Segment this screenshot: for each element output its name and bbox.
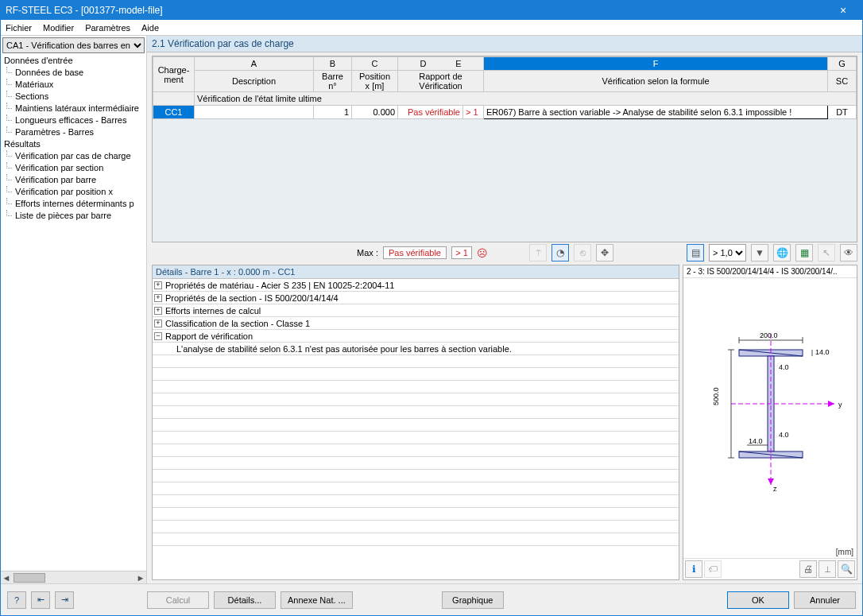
- details-row[interactable]: −Rapport de vérification: [153, 330, 679, 343]
- col-header[interactable]: Rapport deVérification: [398, 71, 484, 92]
- details-list: +Propriétés de matériau - Acier S 235 | …: [153, 279, 679, 579]
- prev-icon[interactable]: ⇤: [31, 591, 50, 609]
- cross-section-canvas[interactable]: y z 200.0 14.0 4.0: [683, 278, 857, 548]
- section-preview: 2 - 3: IS 500/200/14/14/4 - IS 300/200/1…: [683, 265, 857, 580]
- tree-item[interactable]: Vérification par position x: [4, 186, 146, 198]
- dim-tw1: 4.0: [779, 363, 789, 371]
- max-label: Max :: [357, 248, 378, 258]
- dim-tf1: 14.0: [815, 348, 830, 356]
- tree-item[interactable]: Maintiens latéraux intermédiaire: [4, 103, 146, 114]
- expand-icon[interactable]: +: [154, 320, 162, 327]
- grid-data-row[interactable]: CC1 1 0.000 Pas vérifiable > 1 ER067) Ba…: [153, 106, 857, 119]
- col-letter[interactable]: A: [195, 57, 314, 71]
- svg-text:y: y: [838, 401, 842, 409]
- col-header[interactable]: Description: [195, 71, 314, 92]
- sidebar-scrollbar[interactable]: ◄►: [1, 571, 146, 583]
- case-selector[interactable]: CA1 - Vérification des barres en: [2, 37, 145, 53]
- sidebar: CA1 - Vérification des barres en Données…: [1, 36, 147, 583]
- expand-icon[interactable]: +: [154, 294, 162, 302]
- tree-item[interactable]: Efforts internes déterminants p: [4, 198, 146, 210]
- expand-icon[interactable]: +: [154, 307, 162, 315]
- color-scale-icon[interactable]: ▤: [687, 244, 704, 262]
- details-row[interactable]: +Propriétés de la section - IS 500/200/1…: [153, 292, 679, 304]
- cell-barre[interactable]: 1: [314, 106, 352, 119]
- row-header-cc[interactable]: CC1: [153, 106, 195, 119]
- dim-bf: 200.0: [760, 331, 778, 339]
- col-header[interactable]: Barren°: [314, 71, 352, 92]
- cancel-button[interactable]: Annuler: [794, 591, 856, 609]
- cell-desc[interactable]: [195, 106, 314, 119]
- dim-h: 500.0: [712, 387, 720, 405]
- zoom-icon[interactable]: 🔍: [838, 560, 855, 578]
- menu-file[interactable]: Fichier: [6, 23, 32, 33]
- menu-edit[interactable]: Modifier: [43, 23, 74, 33]
- tree-group-results[interactable]: Résultats: [4, 138, 146, 150]
- col-letter[interactable]: D E: [398, 57, 484, 71]
- col-header-loading[interactable]: Charge-ment: [153, 57, 195, 92]
- details-row[interactable]: +Propriétés de matériau - Acier S 235 | …: [153, 279, 679, 292]
- sad-face-icon: ☹: [477, 247, 488, 259]
- axes-icon[interactable]: ⟂: [818, 560, 836, 578]
- menubar: Fichier Modifier Paramètres Aide: [1, 20, 862, 36]
- svg-marker-7: [828, 401, 834, 407]
- col-header[interactable]: SC: [828, 71, 857, 92]
- export-icon[interactable]: 🌐: [773, 244, 791, 262]
- tree-group-input[interactable]: Données d'entrée: [4, 55, 146, 67]
- cell-ratio[interactable]: > 1: [463, 106, 484, 119]
- col-letter[interactable]: G: [828, 57, 857, 71]
- annex-button[interactable]: Annexe Nat. ...: [281, 591, 353, 609]
- tree-item[interactable]: Matériaux: [4, 79, 146, 91]
- nav-tree: Données d'entrée Données de base Matéria…: [1, 53, 146, 571]
- col-letter-selected[interactable]: F: [484, 57, 828, 71]
- cell-sc[interactable]: DT: [828, 106, 857, 119]
- max-ratio: > 1: [451, 246, 472, 259]
- col-header[interactable]: Positionx [m]: [352, 71, 398, 92]
- expand-icon[interactable]: +: [154, 281, 162, 289]
- details-button[interactable]: Détails...: [214, 591, 276, 609]
- tree-item[interactable]: Vérification par section: [4, 162, 146, 174]
- excel-icon[interactable]: ▦: [795, 244, 813, 262]
- eye-icon[interactable]: 👁: [840, 244, 857, 262]
- close-button[interactable]: ×: [829, 4, 857, 17]
- cell-formula[interactable]: ER067) Barre à section variable -> Analy…: [484, 106, 828, 119]
- preview-title: 2 - 3: IS 500/200/14/14/4 - IS 300/200/1…: [683, 265, 857, 278]
- preview-unit: [mm]: [683, 548, 857, 558]
- funnel-icon[interactable]: ▼: [751, 244, 768, 262]
- tag-icon: 🏷: [704, 560, 722, 578]
- details-row[interactable]: +Efforts internes de calcul: [153, 304, 679, 317]
- ok-button[interactable]: OK: [727, 591, 789, 609]
- calc-button: Calcul: [147, 591, 209, 609]
- svg-text:z: z: [773, 485, 777, 493]
- tree-item-selected[interactable]: Vérification par cas de charge: [4, 150, 146, 162]
- details-row[interactable]: +Classification de la section - Classe 1: [153, 317, 679, 330]
- content-area: 2.1 Vérification par cas de charge Charg…: [147, 36, 862, 583]
- next-icon[interactable]: ⇥: [55, 591, 74, 609]
- filter-icon-2[interactable]: ◔: [551, 244, 569, 262]
- col-letter[interactable]: C: [352, 57, 398, 71]
- tree-item[interactable]: Longueurs efficaces - Barres: [4, 114, 146, 126]
- col-letter[interactable]: B: [314, 57, 352, 71]
- print-icon[interactable]: 🖨: [799, 560, 817, 578]
- filter-icon-3: ⎋: [574, 244, 591, 262]
- tree-item[interactable]: Liste de pièces par barre: [4, 210, 146, 222]
- filter-icon-1: ⍑: [529, 244, 547, 262]
- ratio-filter-combo[interactable]: > 1,0: [709, 244, 746, 262]
- details-panel: Détails - Barre 1 - x : 0.000 m - CC1 +P…: [152, 265, 679, 580]
- tree-item[interactable]: Paramètres - Barres: [4, 126, 146, 138]
- tree-item[interactable]: Vérification par barre: [4, 174, 146, 186]
- tree-item[interactable]: Sections: [4, 91, 146, 103]
- col-header[interactable]: Vérification selon la formule: [484, 71, 828, 92]
- section-title: 2.1 Vérification par cas de charge: [147, 36, 862, 52]
- help-icon[interactable]: ?: [7, 591, 26, 609]
- dim-tw2: 4.0: [779, 431, 789, 439]
- menu-settings[interactable]: Paramètres: [85, 23, 130, 33]
- filter-icon-4[interactable]: ✥: [596, 244, 613, 262]
- cell-position[interactable]: 0.000: [352, 106, 398, 119]
- graphic-button[interactable]: Graphique: [442, 591, 504, 609]
- cell-rapport[interactable]: Pas vérifiable: [398, 106, 463, 119]
- tree-item[interactable]: Données de base: [4, 67, 146, 79]
- collapse-icon[interactable]: −: [154, 332, 162, 340]
- info-icon[interactable]: ℹ: [685, 560, 702, 578]
- menu-help[interactable]: Aide: [141, 23, 159, 33]
- dialog-footer: ? ⇤ ⇥ Calcul Détails... Annexe Nat. ... …: [1, 583, 862, 615]
